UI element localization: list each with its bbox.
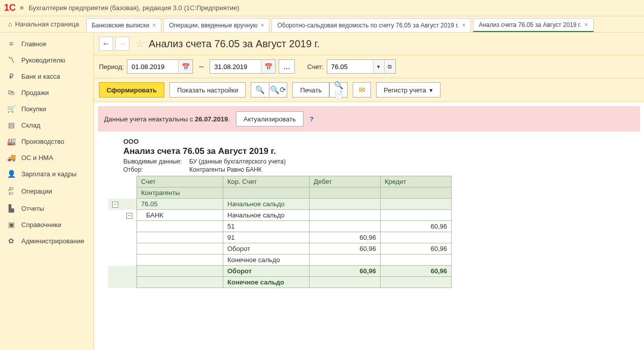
report-org: ООО [123,138,640,145]
total-oborot: Оборот [223,266,310,277]
home-label: Начальная страница [15,20,79,28]
meta1-value: БУ (данные бухгалтерского учета) [189,158,286,165]
tree-toggle[interactable]: − [126,213,132,219]
row-oborot-deb: 60,96 [310,243,381,254]
toolbar: Сформировать Показать настройки 🔍 🔍⟳ Печ… [94,78,644,102]
chevron-down-icon[interactable]: ▾ [373,60,384,73]
meta2-value: Контрагенты Равно БАНК [189,166,262,173]
sidebar-item-label: Склад [21,121,41,129]
period-picker-button[interactable]: ... [279,59,295,74]
tab-manual-ops[interactable]: Операции, введенные вручную × [163,18,269,32]
sidebar: ≡Главное 〽Руководителю ₽Банк и касса 🛍Пр… [0,33,94,350]
row-kon-saldo: Конечное сальдо [223,254,310,266]
tab-osv[interactable]: Оборотно-сальдовая ведомость по счету 76… [272,18,471,32]
col-cor-account: Кор. Счет [223,176,310,187]
sidebar-item-main[interactable]: ≡Главное [0,36,93,52]
page-header: ← → ☆ Анализ счета 76.05 за Август 2019 … [94,33,644,55]
truck-icon: 🚚 [6,153,16,162]
sidebar-item-operations[interactable]: ДтКтОперации [0,182,93,200]
register-label: Регистр учета [384,86,426,94]
account-input[interactable]: ▾ ⧉ [327,59,396,74]
ruble-icon: ₽ [6,72,16,80]
sidebar-item-purchases[interactable]: 🛒Покупки [0,101,93,117]
calendar-icon[interactable]: 📅 [261,60,275,73]
print-button[interactable]: Печать [292,82,329,98]
gear-icon: ✿ [6,237,16,245]
logo-1c: 1C [4,3,16,13]
report-table: Счет Кор. Счет Дебет Кредит Контрагенты … [108,176,452,288]
sidebar-item-label: Производство [21,138,64,145]
building-icon: ▤ [6,121,16,129]
chart-icon: 〽 [6,56,16,64]
sidebar-item-references[interactable]: ▣Справочники [0,216,93,233]
sidebar-item-manager[interactable]: 〽Руководителю [0,52,93,68]
total-cred: 60,96 [381,266,452,277]
person-icon: 👤 [6,170,16,178]
row-51-cor: 51 [223,221,310,232]
open-external-icon[interactable]: ⧉ [384,60,395,73]
tab-account-analysis[interactable]: Анализ счета 76.05 за Август 2019 г. × [473,18,593,32]
tab-label: Оборотно-сальдовая ведомость по счету 76… [277,22,459,29]
row-bank: БАНК [137,210,223,221]
sidebar-item-label: ОС и НМА [21,154,53,162]
actualize-button[interactable]: Актуализировать [236,111,303,126]
close-icon[interactable]: × [260,22,264,29]
form-button[interactable]: Сформировать [99,82,164,98]
mail-icon[interactable]: ✉ [353,82,371,98]
forward-button[interactable]: → [115,37,129,51]
back-button[interactable]: ← [99,37,113,51]
sidebar-item-reports[interactable]: ▙Отчеты [0,200,93,216]
sidebar-item-label: Зарплата и кадры [21,170,77,178]
dtkt-icon: ДтКт [6,186,16,196]
sidebar-item-label: Главное [21,40,47,48]
sidebar-item-production[interactable]: 🏭Производство [0,133,93,149]
page-title: Анализ счета 76.05 за Август 2019 г. [149,38,320,50]
register-button[interactable]: Регистр учета▾ [376,82,440,98]
col-credit: Кредит [381,176,452,187]
chevron-down-icon: ▾ [429,86,433,94]
home-tab[interactable]: ⌂ Начальная страница [2,16,85,32]
sidebar-item-assets[interactable]: 🚚ОС и НМА [0,149,93,166]
total-deb: 60,96 [310,266,381,277]
search-icon[interactable]: 🔍 [251,82,269,98]
col-contractors: Контрагенты [137,187,223,199]
books-icon: ▣ [6,220,16,229]
print-preview-icon[interactable]: 🔍📄 [329,82,348,98]
tab-label: Анализ счета 76.05 за Август 2019 г. [479,21,581,28]
sidebar-item-label: Операции [21,187,52,195]
search-refresh-icon[interactable]: 🔍⟳ [269,82,287,98]
sidebar-item-label: Банк и касса [21,73,60,80]
stale-alert: Данные учета неактуальны с 26.07.2019. А… [98,106,640,132]
date-to-input[interactable]: 📅 [210,59,276,74]
close-icon[interactable]: × [462,22,465,29]
menu-icon[interactable]: ≡ [20,4,24,12]
calendar-icon[interactable]: 📅 [178,60,192,73]
sidebar-item-sales[interactable]: 🛍Продажи [0,84,93,101]
account-field[interactable] [327,63,373,71]
star-icon[interactable]: ☆ [135,38,145,50]
report-area: ООО Анализ счета 76.05 за Август 2019 г.… [94,136,644,292]
sidebar-item-label: Отчеты [21,205,44,212]
date-to-field[interactable] [210,63,261,71]
col-account: Счет [137,176,223,187]
date-from-field[interactable] [127,63,178,71]
factory-icon: 🏭 [6,137,16,145]
row-nach-saldo: Начальное сальдо [223,199,310,210]
sidebar-item-payroll[interactable]: 👤Зарплата и кадры [0,166,93,182]
report-title: Анализ счета 76.05 за Август 2019 г. [123,145,640,157]
close-icon[interactable]: × [585,21,588,28]
account-label: Счет: [307,63,323,71]
date-from-input[interactable]: 📅 [127,59,193,74]
bars-icon: ▙ [6,204,16,212]
sidebar-item-bank[interactable]: ₽Банк и касса [0,68,93,84]
row-oborot-cred: 60,96 [381,243,452,254]
sidebar-item-warehouse[interactable]: ▤Склад [0,117,93,133]
help-icon[interactable]: ? [310,115,314,123]
show-settings-button[interactable]: Показать настройки [170,82,246,98]
close-icon[interactable]: × [152,22,156,29]
sidebar-item-admin[interactable]: ✿Администрирование [0,233,93,249]
row-91-cor: 91 [223,232,310,243]
sidebar-item-label: Покупки [21,105,46,113]
tab-bank-statements[interactable]: Банковские выписки × [86,18,162,32]
tree-toggle[interactable]: − [112,202,118,208]
